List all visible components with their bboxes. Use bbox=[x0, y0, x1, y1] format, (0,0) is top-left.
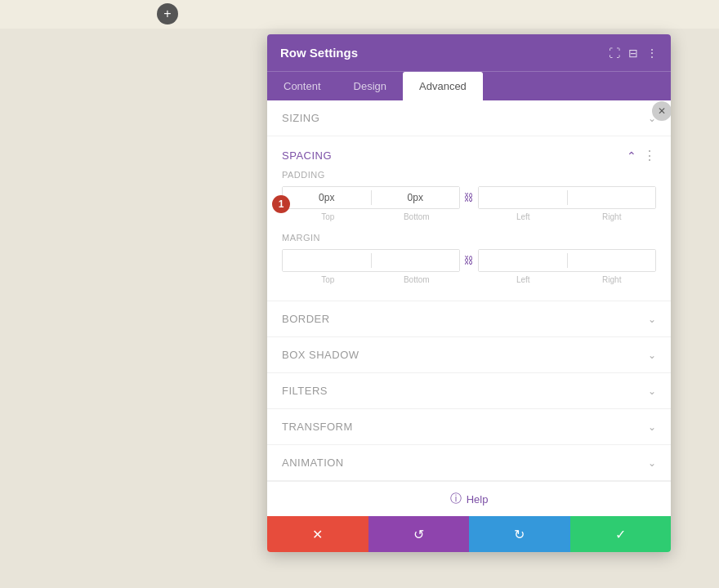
animation-section-header[interactable]: Animation ⌄ bbox=[267, 445, 671, 480]
padding-inputs-row: ⛓ bbox=[282, 186, 656, 209]
padding-labels-row: Top Bottom Left Right bbox=[282, 211, 656, 221]
animation-section: Animation ⌄ bbox=[267, 445, 671, 481]
padding-right-input[interactable] bbox=[568, 187, 656, 208]
margin-row: ⛓ Top Bottom bbox=[282, 249, 656, 284]
padding-label: Padding bbox=[282, 170, 656, 180]
animation-chevron-icon: ⌄ bbox=[648, 457, 656, 469]
cancel-button[interactable]: ✕ bbox=[267, 516, 368, 552]
padding-left-input[interactable] bbox=[479, 187, 567, 208]
transform-section-title: Transform bbox=[282, 421, 353, 433]
transform-section-header[interactable]: Transform ⌄ bbox=[267, 409, 671, 444]
filters-section-header[interactable]: Filters ⌄ bbox=[267, 373, 671, 408]
save-button[interactable]: ✓ bbox=[570, 516, 672, 552]
animation-section-title: Animation bbox=[282, 457, 344, 469]
close-button[interactable]: ✕ bbox=[652, 101, 671, 121]
modal-header-icons: ⛶ ⊟ ⋮ bbox=[609, 47, 658, 60]
margin-left-input[interactable] bbox=[479, 250, 567, 271]
margin-bottom-label: Bottom bbox=[373, 275, 462, 284]
redo-button[interactable]: ↻ bbox=[469, 516, 570, 552]
tabs-bar: Content Design Advanced bbox=[267, 71, 671, 100]
box-shadow-chevron-icon: ⌄ bbox=[648, 350, 656, 361]
padding-left-label: Left bbox=[479, 212, 568, 221]
sizing-section-title: Sizing bbox=[282, 112, 319, 124]
margin-link-icon[interactable]: ⛓ bbox=[460, 255, 478, 266]
sizing-section: Sizing ⌄ bbox=[267, 100, 671, 136]
modal-footer: ⓘ Help bbox=[267, 481, 671, 516]
padding-bottom-label: Bottom bbox=[373, 212, 462, 221]
padding-link-icon[interactable]: ⛓ bbox=[460, 192, 478, 203]
spacing-header-actions: ⌃ ⋮ bbox=[627, 148, 656, 163]
sizing-section-header[interactable]: Sizing ⌄ bbox=[267, 100, 671, 136]
transform-section: Transform ⌄ bbox=[267, 409, 671, 445]
step-badge: 1 bbox=[272, 195, 290, 213]
columns-icon[interactable]: ⊟ bbox=[628, 47, 638, 60]
modal-title: Row Settings bbox=[280, 46, 358, 60]
padding-bottom-input[interactable] bbox=[372, 187, 460, 208]
spacing-content: Padding 1 bbox=[267, 170, 671, 301]
tab-design[interactable]: Design bbox=[337, 72, 403, 100]
reset-icon: ↺ bbox=[413, 527, 424, 542]
tab-content[interactable]: Content bbox=[267, 72, 337, 100]
plus-icon: + bbox=[163, 7, 171, 21]
spacing-section-title: Spacing bbox=[282, 149, 332, 162]
padding-row: 1 ⛓ bbox=[282, 186, 656, 221]
box-shadow-section-title: Box Shadow bbox=[282, 349, 360, 361]
padding-top-input[interactable] bbox=[283, 187, 371, 208]
modal-body: Sizing ⌄ Spacing ⌃ ⋮ Padding bbox=[267, 100, 671, 516]
add-section-button[interactable]: + bbox=[157, 3, 178, 24]
box-shadow-section: Box Shadow ⌄ bbox=[267, 337, 671, 373]
fullscreen-icon[interactable]: ⛶ bbox=[609, 47, 620, 60]
more-options-icon[interactable]: ⋮ bbox=[646, 47, 658, 60]
border-section-title: Border bbox=[282, 313, 330, 325]
margin-right-label: Right bbox=[568, 275, 657, 284]
help-label[interactable]: Help bbox=[467, 493, 489, 506]
redo-icon: ↻ bbox=[514, 527, 525, 542]
cancel-icon: ✕ bbox=[312, 527, 323, 542]
border-chevron-icon: ⌄ bbox=[648, 314, 656, 325]
margin-top-bottom-group bbox=[282, 249, 460, 272]
transform-chevron-icon: ⌄ bbox=[648, 421, 656, 433]
margin-labels-row: Top Bottom Left Right bbox=[282, 274, 656, 284]
margin-left-label: Left bbox=[479, 275, 568, 284]
box-shadow-section-header[interactable]: Box Shadow ⌄ bbox=[267, 337, 671, 372]
margin-inputs-row: ⛓ bbox=[282, 249, 656, 272]
background: + Row Settings ⛶ ⊟ ⋮ Content Design Adva… bbox=[0, 0, 719, 588]
action-bar: ✕ ↺ ↻ ✓ bbox=[267, 516, 671, 552]
border-section: Border ⌄ bbox=[267, 301, 671, 337]
margin-left-right-group bbox=[478, 249, 656, 272]
spacing-collapse-icon[interactable]: ⌃ bbox=[627, 149, 636, 163]
filters-chevron-icon: ⌄ bbox=[648, 385, 656, 397]
margin-top-label: Top bbox=[284, 275, 373, 284]
filters-section-title: Filters bbox=[282, 385, 328, 397]
row-settings-modal: Row Settings ⛶ ⊟ ⋮ Content Design Advanc… bbox=[267, 34, 671, 552]
margin-label: Margin bbox=[282, 233, 656, 243]
tab-advanced[interactable]: Advanced bbox=[403, 72, 483, 100]
margin-bottom-input[interactable] bbox=[372, 250, 460, 271]
spacing-section: Spacing ⌃ ⋮ Padding 1 bbox=[267, 136, 671, 301]
margin-top-input[interactable] bbox=[283, 250, 371, 271]
help-icon: ⓘ bbox=[450, 492, 462, 506]
modal-header: Row Settings ⛶ ⊟ ⋮ bbox=[267, 34, 671, 71]
filters-section: Filters ⌄ bbox=[267, 373, 671, 409]
top-bar bbox=[0, 0, 719, 29]
border-section-header[interactable]: Border ⌄ bbox=[267, 301, 671, 336]
padding-top-bottom-group bbox=[282, 186, 460, 209]
padding-right-label: Right bbox=[568, 212, 657, 221]
reset-button[interactable]: ↺ bbox=[368, 516, 470, 552]
margin-right-input[interactable] bbox=[568, 250, 656, 271]
spacing-more-icon[interactable]: ⋮ bbox=[643, 148, 656, 163]
padding-left-right-group bbox=[478, 186, 656, 209]
save-icon: ✓ bbox=[615, 527, 626, 542]
padding-top-label: Top bbox=[284, 212, 373, 221]
spacing-section-header[interactable]: Spacing ⌃ ⋮ bbox=[267, 136, 671, 170]
